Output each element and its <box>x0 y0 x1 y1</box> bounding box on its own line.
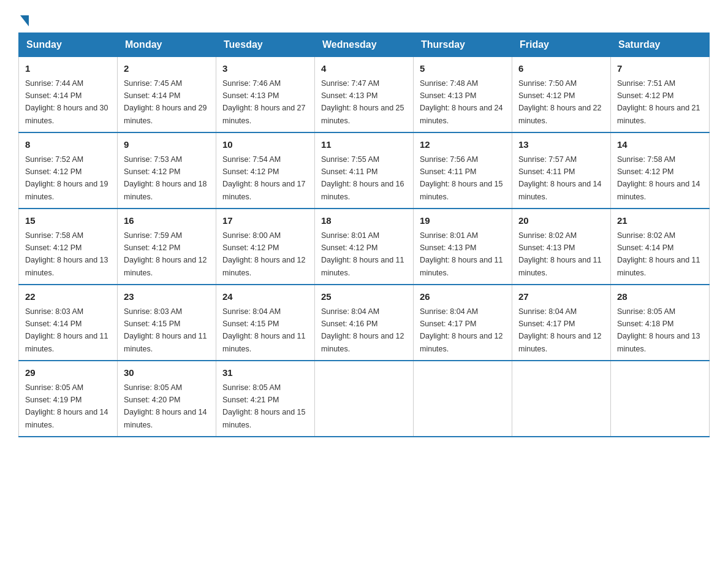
table-row: 8Sunrise: 7:52 AMSunset: 4:12 PMDaylight… <box>19 132 118 209</box>
day-info: Sunrise: 7:58 AMSunset: 4:12 PMDaylight:… <box>25 231 108 277</box>
table-row <box>315 361 414 437</box>
day-number: 22 <box>25 290 111 304</box>
day-number: 29 <box>25 366 111 380</box>
header-tuesday: Tuesday <box>216 33 315 57</box>
day-number: 11 <box>321 138 407 152</box>
day-info: Sunrise: 8:01 AMSunset: 4:13 PMDaylight:… <box>420 231 503 277</box>
day-info: Sunrise: 8:05 AMSunset: 4:20 PMDaylight:… <box>124 383 207 429</box>
table-row: 10Sunrise: 7:54 AMSunset: 4:12 PMDayligh… <box>216 132 315 209</box>
day-number: 10 <box>222 138 308 152</box>
day-number: 9 <box>124 138 210 152</box>
day-info: Sunrise: 8:02 AMSunset: 4:13 PMDaylight:… <box>518 231 602 277</box>
day-info: Sunrise: 8:01 AMSunset: 4:12 PMDaylight:… <box>321 231 404 277</box>
table-row: 24Sunrise: 8:04 AMSunset: 4:15 PMDayligh… <box>216 285 315 361</box>
day-number: 14 <box>617 138 703 152</box>
table-row: 6Sunrise: 7:50 AMSunset: 4:12 PMDaylight… <box>512 57 611 133</box>
day-info: Sunrise: 8:00 AMSunset: 4:12 PMDaylight:… <box>222 231 306 277</box>
day-info: Sunrise: 7:51 AMSunset: 4:12 PMDaylight:… <box>617 79 700 125</box>
calendar-week-row: 29Sunrise: 8:05 AMSunset: 4:19 PMDayligh… <box>19 361 710 437</box>
header-sunday: Sunday <box>19 33 118 57</box>
table-row: 9Sunrise: 7:53 AMSunset: 4:12 PMDaylight… <box>118 132 216 209</box>
day-number: 3 <box>222 62 308 76</box>
day-info: Sunrise: 7:45 AMSunset: 4:14 PMDaylight:… <box>124 79 207 125</box>
day-number: 28 <box>617 290 703 304</box>
table-row: 1Sunrise: 7:44 AMSunset: 4:14 PMDaylight… <box>19 57 118 133</box>
day-number: 2 <box>124 62 210 76</box>
logo <box>18 12 29 26</box>
table-row: 19Sunrise: 8:01 AMSunset: 4:13 PMDayligh… <box>414 209 512 285</box>
header-friday: Friday <box>512 33 611 57</box>
table-row: 12Sunrise: 7:56 AMSunset: 4:11 PMDayligh… <box>414 132 512 209</box>
day-number: 21 <box>617 214 703 228</box>
day-number: 18 <box>321 214 407 228</box>
day-info: Sunrise: 8:03 AMSunset: 4:15 PMDaylight:… <box>124 307 207 353</box>
table-row: 22Sunrise: 8:03 AMSunset: 4:14 PMDayligh… <box>19 285 118 361</box>
table-row: 11Sunrise: 7:55 AMSunset: 4:11 PMDayligh… <box>315 132 414 209</box>
day-number: 26 <box>420 290 506 304</box>
day-number: 15 <box>25 214 111 228</box>
day-info: Sunrise: 8:05 AMSunset: 4:21 PMDaylight:… <box>222 383 306 429</box>
day-info: Sunrise: 7:55 AMSunset: 4:11 PMDaylight:… <box>321 155 404 201</box>
table-row: 15Sunrise: 7:58 AMSunset: 4:12 PMDayligh… <box>19 209 118 285</box>
header-monday: Monday <box>118 33 216 57</box>
page-header <box>18 12 710 26</box>
day-number: 7 <box>617 62 703 76</box>
calendar-header-row: Sunday Monday Tuesday Wednesday Thursday… <box>19 33 710 57</box>
day-info: Sunrise: 7:48 AMSunset: 4:13 PMDaylight:… <box>420 79 503 125</box>
table-row: 27Sunrise: 8:04 AMSunset: 4:17 PMDayligh… <box>512 285 611 361</box>
table-row: 20Sunrise: 8:02 AMSunset: 4:13 PMDayligh… <box>512 209 611 285</box>
day-number: 30 <box>124 366 210 380</box>
table-row: 28Sunrise: 8:05 AMSunset: 4:18 PMDayligh… <box>611 285 710 361</box>
table-row: 18Sunrise: 8:01 AMSunset: 4:12 PMDayligh… <box>315 209 414 285</box>
header-wednesday: Wednesday <box>315 33 414 57</box>
day-number: 8 <box>25 138 111 152</box>
header-thursday: Thursday <box>414 33 512 57</box>
table-row: 21Sunrise: 8:02 AMSunset: 4:14 PMDayligh… <box>611 209 710 285</box>
day-number: 13 <box>518 138 604 152</box>
table-row <box>414 361 512 437</box>
day-info: Sunrise: 7:47 AMSunset: 4:13 PMDaylight:… <box>321 79 404 125</box>
day-info: Sunrise: 8:04 AMSunset: 4:17 PMDaylight:… <box>518 307 602 353</box>
day-info: Sunrise: 7:52 AMSunset: 4:12 PMDaylight:… <box>25 155 108 201</box>
day-number: 17 <box>222 214 308 228</box>
day-info: Sunrise: 8:05 AMSunset: 4:18 PMDaylight:… <box>617 307 700 353</box>
calendar-week-row: 15Sunrise: 7:58 AMSunset: 4:12 PMDayligh… <box>19 209 710 285</box>
day-info: Sunrise: 7:44 AMSunset: 4:14 PMDaylight:… <box>25 79 108 125</box>
day-info: Sunrise: 7:54 AMSunset: 4:12 PMDaylight:… <box>222 155 306 201</box>
day-number: 27 <box>518 290 604 304</box>
day-info: Sunrise: 7:58 AMSunset: 4:12 PMDaylight:… <box>617 155 700 201</box>
day-info: Sunrise: 7:59 AMSunset: 4:12 PMDaylight:… <box>124 231 207 277</box>
day-info: Sunrise: 7:56 AMSunset: 4:11 PMDaylight:… <box>420 155 503 201</box>
day-number: 4 <box>321 62 407 76</box>
day-number: 12 <box>420 138 506 152</box>
day-number: 5 <box>420 62 506 76</box>
table-row: 4Sunrise: 7:47 AMSunset: 4:13 PMDaylight… <box>315 57 414 133</box>
day-number: 1 <box>25 62 111 76</box>
day-number: 16 <box>124 214 210 228</box>
day-info: Sunrise: 8:04 AMSunset: 4:17 PMDaylight:… <box>420 307 503 353</box>
day-info: Sunrise: 8:05 AMSunset: 4:19 PMDaylight:… <box>25 383 108 429</box>
table-row: 5Sunrise: 7:48 AMSunset: 4:13 PMDaylight… <box>414 57 512 133</box>
table-row <box>512 361 611 437</box>
table-row: 7Sunrise: 7:51 AMSunset: 4:12 PMDaylight… <box>611 57 710 133</box>
day-number: 20 <box>518 214 604 228</box>
table-row: 25Sunrise: 8:04 AMSunset: 4:16 PMDayligh… <box>315 285 414 361</box>
day-info: Sunrise: 8:04 AMSunset: 4:16 PMDaylight:… <box>321 307 404 353</box>
table-row: 16Sunrise: 7:59 AMSunset: 4:12 PMDayligh… <box>118 209 216 285</box>
table-row: 23Sunrise: 8:03 AMSunset: 4:15 PMDayligh… <box>118 285 216 361</box>
table-row: 3Sunrise: 7:46 AMSunset: 4:13 PMDaylight… <box>216 57 315 133</box>
day-number: 31 <box>222 366 308 380</box>
day-info: Sunrise: 8:04 AMSunset: 4:15 PMDaylight:… <box>222 307 306 353</box>
day-number: 25 <box>321 290 407 304</box>
logo-arrow-icon <box>20 15 29 26</box>
table-row: 14Sunrise: 7:58 AMSunset: 4:12 PMDayligh… <box>611 132 710 209</box>
table-row: 17Sunrise: 8:00 AMSunset: 4:12 PMDayligh… <box>216 209 315 285</box>
table-row: 31Sunrise: 8:05 AMSunset: 4:21 PMDayligh… <box>216 361 315 437</box>
day-info: Sunrise: 7:57 AMSunset: 4:11 PMDaylight:… <box>518 155 602 201</box>
day-info: Sunrise: 8:03 AMSunset: 4:14 PMDaylight:… <box>25 307 108 353</box>
calendar-week-row: 1Sunrise: 7:44 AMSunset: 4:14 PMDaylight… <box>19 57 710 133</box>
day-number: 6 <box>518 62 604 76</box>
table-row <box>611 361 710 437</box>
table-row: 2Sunrise: 7:45 AMSunset: 4:14 PMDaylight… <box>118 57 216 133</box>
day-number: 24 <box>222 290 308 304</box>
